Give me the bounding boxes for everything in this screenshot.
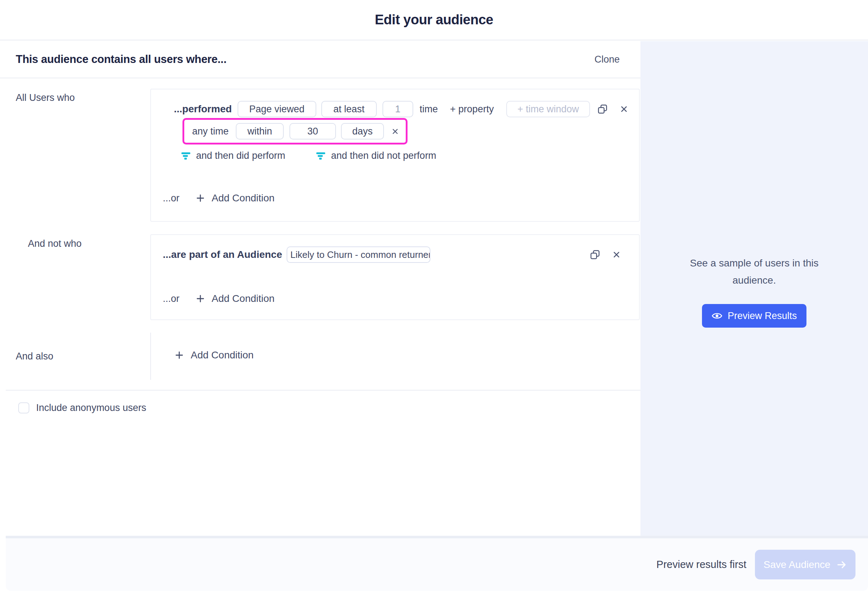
copy-icon [597,104,608,114]
any-time-label: any time [192,126,229,137]
save-audience-button[interactable]: Save Audience [755,550,855,580]
save-audience-label: Save Audience [763,559,830,571]
arrow-right-icon [836,559,847,570]
preview-message: See a sample of users in this audience. [679,255,830,289]
audience-editor: This audience contains all users where..… [0,41,641,536]
time-window-filter-highlighted: any time within 30 days [183,118,407,145]
section-label-all-users: All Users who [16,92,75,103]
then-did-not-perform-button[interactable]: and then did not perform [316,150,436,161]
funnel-icon [181,151,191,161]
time-value-input[interactable]: 30 [289,123,336,140]
section-label-and-also: And also [16,351,53,362]
close-icon [619,105,629,114]
page-title: Edit your audience [375,12,493,28]
condition-card-audience: ...are part of an Audience Likely to Chu… [150,234,640,320]
or-label: ...or [163,293,180,304]
time-window-button[interactable]: + time window [506,101,590,117]
add-condition-button[interactable]: Add Condition [174,350,254,361]
add-condition-label: Add Condition [212,293,275,304]
preview-results-label: Preview Results [728,310,797,322]
close-icon [612,250,621,259]
edit-audience-modal: Edit your audience See a sample of users… [0,0,868,593]
condition-card-performed: ...performed Page viewed at least 1 time… [150,89,640,222]
then-did-perform-button[interactable]: and then did perform [181,150,285,161]
footer-bar: Preview results first Save Audience [6,536,868,591]
time-suffix-label: time [420,104,438,115]
add-condition-button[interactable]: Add Condition [195,293,275,304]
plus-icon [195,193,205,203]
editor-header: This audience contains all users where..… [0,41,641,78]
close-icon [391,127,399,136]
include-anonymous-checkbox[interactable] [18,403,30,413]
and-also-row: Add Condition [174,350,254,361]
duplicate-condition-button[interactable] [590,249,600,260]
plus-icon [174,350,184,360]
or-label: ...or [163,193,180,204]
preview-results-button[interactable]: Preview Results [702,304,806,327]
add-condition-button[interactable]: Add Condition [195,192,275,204]
audience-condition-row: ...are part of an Audience Likely to Chu… [163,246,621,263]
time-unit-select[interactable]: days [341,123,384,140]
event-select[interactable]: Page viewed [238,101,316,117]
operator-select[interactable]: at least [321,101,377,117]
funnel-icon [316,151,326,161]
horizontal-divider [6,390,641,391]
relation-select[interactable]: within [236,123,284,140]
audience-input[interactable]: Likely to Churn - common returners [286,246,430,263]
editor-heading: This audience contains all users where..… [16,53,226,66]
add-property-button[interactable]: + property [450,104,494,115]
performed-condition-row: ...performed Page viewed at least 1 time… [174,101,629,117]
add-condition-label: Add Condition [212,192,275,204]
or-add-condition-row: ...or Add Condition [163,293,275,304]
section-divider-line [150,333,151,380]
performed-label: ...performed [174,103,232,115]
audience-prefix-label: ...are part of an Audience [163,249,282,260]
section-label-and-not-who: And not who [28,238,81,249]
sequence-row: and then did perform and then did not pe… [181,150,436,161]
remove-condition-button[interactable] [612,250,621,259]
remove-condition-button[interactable] [619,105,629,114]
or-add-condition-row: ...or Add Condition [163,192,275,204]
remove-time-filter-button[interactable] [391,127,399,136]
anonymous-users-row: Include anonymous users [18,403,146,413]
count-input[interactable]: 1 [382,101,413,117]
then-did-not-perform-label: and then did not perform [331,150,436,161]
plus-icon [195,294,205,304]
then-did-perform-label: and then did perform [196,150,285,161]
include-anonymous-label: Include anonymous users [36,403,146,413]
preview-first-hint: Preview results first [657,559,746,571]
add-condition-label: Add Condition [191,350,254,361]
title-bar: Edit your audience [0,0,868,40]
duplicate-condition-button[interactable] [597,104,608,114]
clone-button[interactable]: Clone [594,54,620,65]
copy-icon [590,249,600,260]
preview-side-panel: See a sample of users in this audience. … [641,41,868,536]
eye-icon [712,310,722,321]
